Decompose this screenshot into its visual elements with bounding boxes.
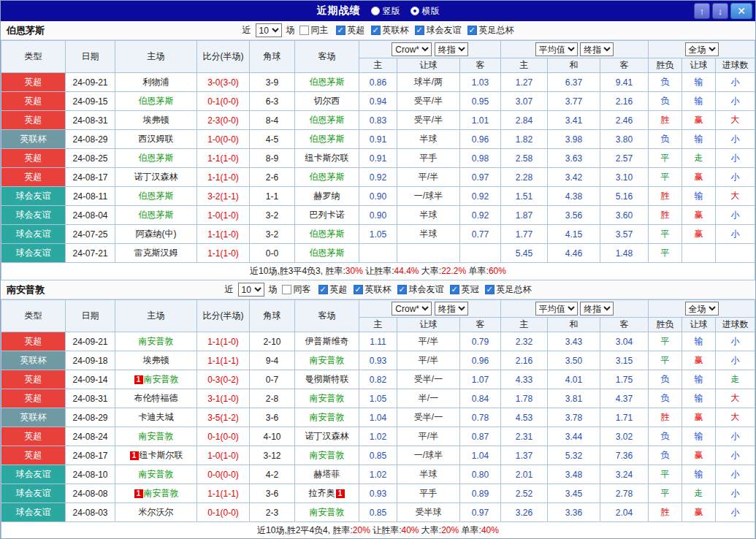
- team-link[interactable]: 拉齐奥: [309, 488, 335, 498]
- odds-stage-select[interactable]: 终指: [435, 302, 468, 316]
- away-team-cell[interactable]: 巴列卡诺: [295, 206, 359, 225]
- odds-stage-select[interactable]: 终指: [435, 42, 468, 56]
- radio-icon[interactable]: [371, 7, 380, 15]
- checkbox-icon[interactable]: ✓: [450, 285, 459, 294]
- team-link[interactable]: 南安普敦: [144, 488, 179, 498]
- same-venue-filter[interactable]: 同客: [282, 283, 311, 296]
- team-link[interactable]: 南安普敦: [310, 450, 345, 460]
- home-team-cell[interactable]: 1纽卡斯尔联: [115, 446, 197, 465]
- team-link[interactable]: 伯恩茅斯: [139, 191, 174, 201]
- checkbox-icon[interactable]: [282, 285, 291, 294]
- home-team-cell[interactable]: 伯恩茅斯: [115, 92, 197, 111]
- home-team-cell[interactable]: 诺丁汉森林: [115, 168, 197, 187]
- team-link[interactable]: 卡迪夫城: [139, 412, 174, 422]
- team-link[interactable]: 雷克斯汉姆: [134, 248, 178, 258]
- view-option-horizontal[interactable]: 横版: [411, 5, 440, 18]
- away-team-cell[interactable]: 赫塔菲: [295, 465, 359, 484]
- away-team-cell[interactable]: 伯恩茅斯: [295, 225, 359, 244]
- match-period-select[interactable]: 全场: [685, 42, 719, 56]
- away-team-cell[interactable]: 伯恩茅斯: [295, 73, 359, 92]
- match-period-select[interactable]: 全场: [685, 302, 719, 316]
- home-team-cell[interactable]: 雷克斯汉姆: [115, 244, 197, 263]
- team-link[interactable]: 南安普敦: [310, 393, 345, 403]
- home-team-cell[interactable]: 卡迪夫城: [115, 408, 197, 427]
- team-link[interactable]: 南安普敦: [310, 412, 345, 422]
- team-link[interactable]: 伯恩茅斯: [310, 134, 345, 144]
- away-team-cell[interactable]: 伯恩茅斯: [295, 168, 359, 187]
- team-link[interactable]: 布伦特福德: [134, 393, 178, 403]
- team-link[interactable]: 伯恩茅斯: [310, 229, 345, 239]
- league-filter[interactable]: ✓英超: [336, 24, 365, 37]
- league-filter[interactable]: ✓球会友谊: [397, 283, 444, 296]
- checkbox-icon[interactable]: ✓: [397, 285, 407, 294]
- avg-type-select[interactable]: 平均值: [535, 302, 578, 316]
- league-filter[interactable]: ✓球会友谊: [415, 24, 462, 37]
- home-team-cell[interactable]: 1南安普敦: [115, 484, 197, 503]
- checkbox-icon[interactable]: ✓: [318, 285, 328, 294]
- team-link[interactable]: 伯恩茅斯: [139, 96, 174, 106]
- avg-type-select[interactable]: 平均值: [535, 42, 578, 56]
- home-team-cell[interactable]: 伯恩茅斯: [115, 206, 197, 225]
- away-team-cell[interactable]: 南安普敦: [295, 351, 359, 370]
- team-link[interactable]: 切尔西: [314, 96, 340, 106]
- checkbox-icon[interactable]: [299, 26, 309, 35]
- away-team-cell[interactable]: 切尔西: [295, 92, 359, 111]
- team-link[interactable]: 曼彻斯特联: [305, 374, 349, 384]
- team-link[interactable]: 南安普敦: [310, 355, 345, 365]
- team-link[interactable]: 伯恩茅斯: [139, 210, 174, 220]
- team-link[interactable]: 伊普斯维奇: [305, 336, 349, 346]
- team-link[interactable]: 南安普敦: [310, 507, 345, 517]
- checkbox-icon[interactable]: ✓: [467, 26, 477, 35]
- match-count-select[interactable]: 10: [238, 283, 264, 297]
- team-link[interactable]: 纽卡斯尔联: [305, 153, 349, 163]
- away-team-cell[interactable]: 伯恩茅斯: [295, 130, 359, 149]
- home-team-cell[interactable]: 阿森纳(中): [115, 225, 197, 244]
- away-team-cell[interactable]: 纽卡斯尔联: [295, 149, 359, 168]
- checkbox-icon[interactable]: ✓: [354, 285, 363, 294]
- bookmaker-select[interactable]: Crow*: [392, 302, 432, 316]
- team-link[interactable]: 伯恩茅斯: [310, 115, 345, 125]
- team-link[interactable]: 诺丁汉森林: [305, 431, 349, 441]
- same-venue-filter[interactable]: 同主: [299, 24, 329, 37]
- team-link[interactable]: 米尔沃尔: [139, 507, 174, 517]
- team-link[interactable]: 伯恩茅斯: [310, 248, 345, 258]
- away-team-cell[interactable]: 曼彻斯特联: [295, 370, 359, 389]
- bookmaker-select[interactable]: Crow*: [392, 42, 432, 56]
- home-team-cell[interactable]: 伯恩茅斯: [115, 149, 197, 168]
- radio-checked-icon[interactable]: [411, 7, 419, 15]
- away-team-cell[interactable]: 伯恩茅斯: [295, 111, 359, 130]
- team-link[interactable]: 巴列卡诺: [310, 210, 345, 220]
- league-filter[interactable]: ✓英足总杯: [485, 283, 532, 296]
- away-team-cell[interactable]: 南安普敦: [295, 503, 359, 522]
- away-team-cell[interactable]: 拉齐奥1: [295, 484, 359, 503]
- away-team-cell[interactable]: 伊普斯维奇: [295, 332, 359, 351]
- team-link[interactable]: 西汉姆联: [139, 134, 174, 144]
- team-link[interactable]: 埃弗顿: [143, 115, 169, 125]
- away-team-cell[interactable]: 赫罗纳: [295, 187, 359, 206]
- home-team-cell[interactable]: 布伦特福德: [115, 389, 197, 408]
- home-team-cell[interactable]: 伯恩茅斯: [115, 187, 197, 206]
- avg-stage-select[interactable]: 终指: [580, 302, 614, 316]
- close-button[interactable]: ✕: [730, 3, 752, 19]
- team-link[interactable]: 南安普敦: [139, 336, 174, 346]
- team-link[interactable]: 南安普敦: [144, 374, 179, 384]
- team-link[interactable]: 利物浦: [143, 77, 169, 87]
- home-team-cell[interactable]: 1南安普敦: [115, 370, 197, 389]
- checkbox-icon[interactable]: ✓: [336, 26, 345, 35]
- team-link[interactable]: 南安普敦: [139, 431, 174, 441]
- team-link[interactable]: 南安普敦: [139, 469, 174, 479]
- scroll-up-button[interactable]: ↑: [694, 3, 710, 19]
- scroll-down-button[interactable]: ↓: [712, 3, 728, 19]
- team-link[interactable]: 诺丁汉森林: [134, 172, 178, 182]
- team-link[interactable]: 埃弗顿: [143, 355, 169, 365]
- league-filter[interactable]: ✓英冠: [450, 283, 479, 296]
- team-link[interactable]: 纽卡斯尔联: [140, 450, 183, 460]
- team-link[interactable]: 伯恩茅斯: [139, 153, 174, 163]
- away-team-cell[interactable]: 南安普敦: [295, 446, 359, 465]
- view-option-vertical[interactable]: 竖版: [371, 5, 400, 18]
- league-filter[interactable]: ✓英联杯: [371, 24, 409, 37]
- team-link[interactable]: 赫罗纳: [314, 191, 340, 201]
- checkbox-icon[interactable]: ✓: [415, 26, 424, 35]
- home-team-cell[interactable]: 埃弗顿: [115, 111, 197, 130]
- avg-stage-select[interactable]: 终指: [580, 42, 614, 56]
